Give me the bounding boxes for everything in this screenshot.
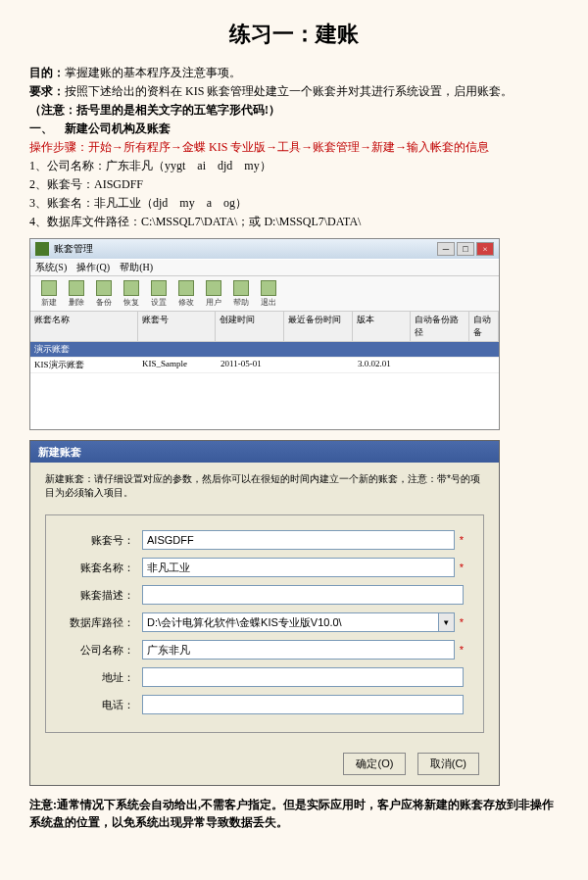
- window-titlebar: 账套管理 ─ □ ×: [30, 239, 499, 259]
- exit-icon: [261, 280, 276, 296]
- label-account-name: 账套名称：: [66, 561, 134, 575]
- close-button[interactable]: ×: [476, 242, 494, 256]
- table-row[interactable]: 演示账套: [30, 342, 499, 358]
- input-account-desc[interactable]: [142, 585, 464, 605]
- input-company[interactable]: 广东非凡: [142, 640, 455, 660]
- maximize-button[interactable]: □: [457, 242, 474, 256]
- input-account-name[interactable]: 非凡工业: [142, 558, 455, 577]
- app-icon: [35, 242, 49, 256]
- account-table: 账套名称账套号创建时间最近备份时间版本自动备份路径自动备 演示账套 KIS演示账…: [30, 312, 499, 429]
- form-fieldset: 账套号：AISGDFF* 账套名称：非凡工业* 账套描述： 数据库路径：D:\会…: [45, 514, 484, 733]
- section-heading: 一、 新建公司机构及账套: [29, 120, 559, 137]
- toolbar-backup[interactable]: 备份: [90, 279, 118, 309]
- toolbar-new[interactable]: 新建: [35, 279, 63, 309]
- table-row[interactable]: KIS演示账套KIS_Sample2011-05-013.0.02.01: [30, 358, 499, 373]
- menu-operate[interactable]: 操作(Q): [76, 261, 110, 274]
- label-address: 地址：: [66, 670, 134, 685]
- restore-icon: [123, 280, 139, 296]
- item2: 2、账套号：AISGDFF: [29, 175, 559, 193]
- ok-button[interactable]: 确定(O): [343, 753, 406, 775]
- label-account-desc: 账套描述：: [66, 588, 134, 603]
- input-address[interactable]: [142, 667, 464, 687]
- purpose-line: 目的：掌握建账的基本程序及注意事项。: [29, 64, 559, 81]
- settings-icon: [151, 280, 167, 296]
- toolbar: 新建 删除 备份 恢复 设置 修改 用户 帮助 退出: [30, 276, 499, 312]
- window-title: 账套管理: [54, 242, 93, 256]
- toolbar-settings[interactable]: 设置: [145, 279, 172, 309]
- input-db-path[interactable]: D:\会计电算化软件\金蝶KIS专业版V10.0\: [142, 612, 439, 632]
- page-title: 练习一：建账: [29, 20, 559, 49]
- label-db-path: 数据库路径：: [66, 615, 134, 630]
- toolbar-exit[interactable]: 退出: [255, 279, 282, 309]
- user-icon: [206, 280, 221, 296]
- new-account-dialog: 新建账套 新建账套：请仔细设置对应的参数，然后你可以在很短的时间内建立一个新的账…: [29, 440, 500, 786]
- item3: 3、账套名：非凡工业（djd my a og）: [29, 194, 559, 212]
- delete-icon: [69, 280, 84, 296]
- steps-red: 操作步骤：开始→所有程序→金蝶 KIS 专业版→工具→账套管理→新建→输入帐套的…: [29, 138, 559, 156]
- cancel-button[interactable]: 取消(C): [417, 753, 479, 775]
- menu-system[interactable]: 系统(S): [35, 261, 67, 274]
- item1: 1、公司名称：广东非凡（yygt ai djd my）: [29, 157, 559, 174]
- minimize-button[interactable]: ─: [437, 242, 455, 256]
- menu-help[interactable]: 帮助(H): [120, 261, 153, 274]
- path-dropdown-icon[interactable]: ▼: [439, 612, 455, 632]
- modify-icon: [178, 280, 194, 296]
- dialog-title: 新建账套: [30, 441, 499, 463]
- new-icon: [41, 280, 57, 296]
- input-account-no[interactable]: AISGDFF: [142, 530, 455, 550]
- toolbar-user[interactable]: 用户: [200, 279, 227, 309]
- help-icon: [233, 280, 249, 296]
- note-line: （注意：括号里的是相关文字的五笔字形代码!）: [29, 101, 559, 119]
- input-tel[interactable]: [142, 695, 464, 714]
- label-company: 公司名称：: [66, 643, 134, 658]
- require-line: 要求：按照下述给出的资料在 KIS 账套管理处建立一个账套并对其进行系统设置，启…: [29, 82, 559, 100]
- table-header: 账套名称账套号创建时间最近备份时间版本自动备份路径自动备: [30, 312, 499, 342]
- toolbar-modify[interactable]: 修改: [172, 279, 200, 309]
- footnote: 注意:通常情况下系统会自动给出,不需客户指定。但是实际应用时，客户应将新建的账套…: [29, 796, 559, 831]
- dialog-hint: 新建账套：请仔细设置对应的参数，然后你可以在很短的时间内建立一个新的账套，注意：…: [45, 472, 484, 500]
- menubar: 系统(S) 操作(Q) 帮助(H): [30, 259, 499, 276]
- toolbar-restore[interactable]: 恢复: [118, 279, 145, 309]
- toolbar-help[interactable]: 帮助: [227, 279, 255, 309]
- account-manager-window: 账套管理 ─ □ × 系统(S) 操作(Q) 帮助(H) 新建 删除 备份 恢复…: [29, 238, 500, 430]
- item4: 4、数据库文件路径：C:\MSSQL7\DATA\；或 D:\MSSQL7\DA…: [29, 213, 559, 230]
- label-account-no: 账套号：: [66, 533, 134, 548]
- toolbar-delete[interactable]: 删除: [63, 279, 90, 309]
- backup-icon: [96, 280, 112, 296]
- label-tel: 电话：: [66, 698, 134, 712]
